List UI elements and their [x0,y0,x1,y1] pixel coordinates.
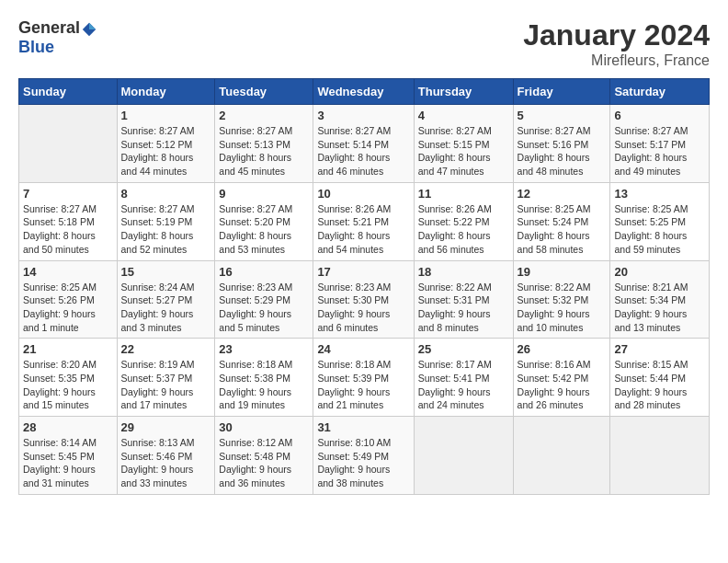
week-row-2: 7Sunrise: 8:27 AMSunset: 5:18 PMDaylight… [19,182,710,260]
calendar-cell [513,417,610,495]
calendar-cell: 5Sunrise: 8:27 AMSunset: 5:16 PMDaylight… [513,105,610,183]
sunset-text: Sunset: 5:48 PM [219,451,290,462]
day-number: 21 [23,342,113,356]
calendar-cell: 18Sunrise: 8:22 AMSunset: 5:31 PMDayligh… [414,260,513,339]
sunrise-text: Sunrise: 8:27 AM [219,203,292,214]
day-number: 4 [418,109,509,122]
sunset-text: Sunset: 5:42 PM [518,373,589,384]
sunrise-text: Sunrise: 8:25 AM [23,282,97,293]
sunset-text: Sunset: 5:19 PM [121,216,193,227]
daylight-text: Daylight: 8 hoursand 44 minutes [121,152,194,177]
day-info: Sunrise: 8:27 AMSunset: 5:20 PMDaylight:… [219,202,309,257]
calendar-cell [610,417,710,495]
logo: General Blue [18,18,98,57]
day-number: 30 [219,420,309,434]
sunset-text: Sunset: 5:14 PM [317,139,389,150]
daylight-text: Daylight: 9 hoursand 13 minutes [614,308,687,333]
sunrise-text: Sunrise: 8:18 AM [219,359,292,370]
day-number: 9 [219,187,309,201]
day-number: 25 [418,342,509,356]
day-info: Sunrise: 8:18 AMSunset: 5:39 PMDaylight:… [317,358,409,412]
day-info: Sunrise: 8:22 AMSunset: 5:31 PMDaylight:… [418,281,509,335]
calendar-cell: 8Sunrise: 8:27 AMSunset: 5:19 PMDaylight… [117,182,215,260]
header-day-saturday: Saturday [610,79,710,105]
week-row-4: 21Sunrise: 8:20 AMSunset: 5:35 PMDayligh… [19,339,710,417]
logo-icon [81,21,97,38]
calendar-cell: 6Sunrise: 8:27 AMSunset: 5:17 PMDaylight… [610,105,710,183]
calendar-cell: 11Sunrise: 8:26 AMSunset: 5:22 PMDayligh… [414,182,513,260]
day-info: Sunrise: 8:27 AMSunset: 5:19 PMDaylight:… [121,202,211,257]
sunset-text: Sunset: 5:39 PM [317,373,389,384]
day-number: 12 [518,187,607,201]
month-year: January 2024 [523,18,710,52]
sunset-text: Sunset: 5:22 PM [418,216,490,227]
sunrise-text: Sunrise: 8:25 AM [518,203,591,214]
svg-marker-1 [89,23,96,29]
sunset-text: Sunset: 5:18 PM [23,216,95,227]
day-info: Sunrise: 8:19 AMSunset: 5:37 PMDaylight:… [121,358,211,412]
sunrise-text: Sunrise: 8:27 AM [23,203,97,214]
sunrise-text: Sunrise: 8:26 AM [418,203,492,214]
day-number: 31 [317,420,409,434]
calendar-cell: 16Sunrise: 8:23 AMSunset: 5:29 PMDayligh… [215,260,313,339]
daylight-text: Daylight: 9 hoursand 8 minutes [418,308,491,333]
calendar-cell: 22Sunrise: 8:19 AMSunset: 5:37 PMDayligh… [117,339,215,417]
sunrise-text: Sunrise: 8:27 AM [317,125,391,136]
calendar-cell: 29Sunrise: 8:13 AMSunset: 5:46 PMDayligh… [117,417,215,495]
sunset-text: Sunset: 5:29 PM [219,294,290,305]
daylight-text: Daylight: 9 hoursand 36 minutes [219,464,291,488]
day-info: Sunrise: 8:12 AMSunset: 5:48 PMDaylight:… [219,436,309,490]
calendar-cell: 27Sunrise: 8:15 AMSunset: 5:44 PMDayligh… [610,339,710,417]
page-header: General Blue January 2024 Mirefleurs, Fr… [18,18,710,69]
daylight-text: Daylight: 8 hoursand 47 minutes [418,152,491,177]
sunset-text: Sunset: 5:12 PM [121,139,193,150]
calendar-cell: 10Sunrise: 8:26 AMSunset: 5:21 PMDayligh… [313,182,414,260]
sunset-text: Sunset: 5:37 PM [121,373,193,384]
day-info: Sunrise: 8:25 AMSunset: 5:26 PMDaylight:… [23,281,113,335]
day-info: Sunrise: 8:16 AMSunset: 5:42 PMDaylight:… [518,358,607,412]
sunrise-text: Sunrise: 8:19 AM [121,359,195,370]
day-number: 26 [518,342,607,356]
day-info: Sunrise: 8:21 AMSunset: 5:34 PMDaylight:… [614,281,705,335]
sunset-text: Sunset: 5:15 PM [418,139,490,150]
calendar-cell: 20Sunrise: 8:21 AMSunset: 5:34 PMDayligh… [610,260,710,339]
sunrise-text: Sunrise: 8:23 AM [219,282,292,293]
header-row: SundayMondayTuesdayWednesdayThursdayFrid… [19,79,710,105]
calendar-cell: 31Sunrise: 8:10 AMSunset: 5:49 PMDayligh… [313,417,414,495]
sunset-text: Sunset: 5:27 PM [121,294,193,305]
sunset-text: Sunset: 5:44 PM [614,373,686,384]
daylight-text: Daylight: 8 hoursand 54 minutes [317,230,390,255]
day-number: 8 [121,187,211,201]
calendar-cell: 28Sunrise: 8:14 AMSunset: 5:45 PMDayligh… [19,417,118,495]
week-row-5: 28Sunrise: 8:14 AMSunset: 5:45 PMDayligh… [19,417,710,495]
sunset-text: Sunset: 5:41 PM [418,373,490,384]
calendar-cell: 26Sunrise: 8:16 AMSunset: 5:42 PMDayligh… [513,339,610,417]
sunrise-text: Sunrise: 8:22 AM [418,282,492,293]
daylight-text: Daylight: 9 hoursand 33 minutes [121,464,194,488]
calendar-body: 1Sunrise: 8:27 AMSunset: 5:12 PMDaylight… [19,105,710,495]
day-number: 10 [317,187,409,201]
day-number: 17 [317,265,409,279]
sunset-text: Sunset: 5:16 PM [518,139,589,150]
calendar-cell: 14Sunrise: 8:25 AMSunset: 5:26 PMDayligh… [19,260,118,339]
title-area: January 2024 Mirefleurs, France [523,18,710,69]
calendar-cell [19,105,118,183]
sunset-text: Sunset: 5:21 PM [317,216,389,227]
calendar-cell: 1Sunrise: 8:27 AMSunset: 5:12 PMDaylight… [117,105,215,183]
day-number: 5 [518,109,607,122]
sunset-text: Sunset: 5:32 PM [518,294,589,305]
sunrise-text: Sunrise: 8:16 AM [518,359,591,370]
sunrise-text: Sunrise: 8:23 AM [317,282,391,293]
sunset-text: Sunset: 5:49 PM [317,451,389,462]
sunrise-text: Sunrise: 8:27 AM [614,125,688,136]
sunrise-text: Sunrise: 8:12 AM [219,437,292,448]
daylight-text: Daylight: 8 hoursand 56 minutes [418,230,491,255]
day-number: 15 [121,265,211,279]
week-row-1: 1Sunrise: 8:27 AMSunset: 5:12 PMDaylight… [19,105,710,183]
day-info: Sunrise: 8:27 AMSunset: 5:15 PMDaylight:… [418,124,509,178]
sunrise-text: Sunrise: 8:27 AM [121,125,195,136]
week-row-3: 14Sunrise: 8:25 AMSunset: 5:26 PMDayligh… [19,260,710,339]
day-info: Sunrise: 8:25 AMSunset: 5:25 PMDaylight:… [614,202,705,257]
sunrise-text: Sunrise: 8:18 AM [317,359,391,370]
day-number: 23 [219,342,309,356]
